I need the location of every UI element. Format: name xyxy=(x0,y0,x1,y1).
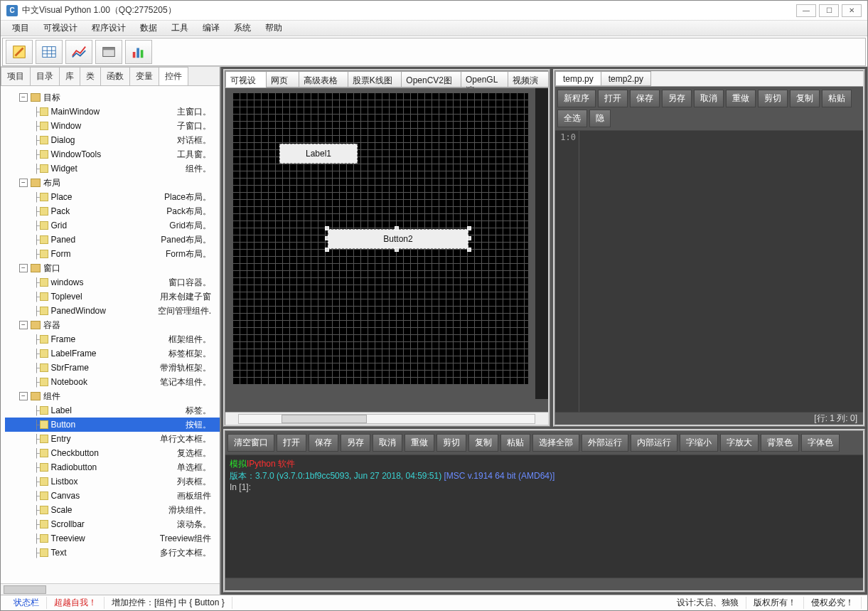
tree-group-目标[interactable]: −目标 xyxy=(5,90,220,105)
tree-item-Entry[interactable]: ├Entry单行文本框。 xyxy=(5,432,220,446)
tree-item-LabelFrame[interactable]: ├LabelFrame标签框架。 xyxy=(5,346,220,361)
tree-item-Widget[interactable]: ├Widget组件。 xyxy=(5,161,220,176)
tree-item-Checkbutton[interactable]: ├Checkbutton复选框。 xyxy=(5,446,220,460)
design-tab-2[interactable]: 高级表格演 xyxy=(299,71,348,87)
file-tab-0[interactable]: temp.py xyxy=(555,71,601,86)
tree-item-Scrollbar[interactable]: ├Scrollbar滚动条。 xyxy=(5,517,220,531)
console-btn-2[interactable]: 保存 xyxy=(309,434,338,452)
tree-group-容器[interactable]: −容器 xyxy=(5,318,220,332)
console-output[interactable]: 模拟IPython 软件 版本：3.7.0 (v3.7.0:1bf9cc5093… xyxy=(225,455,863,578)
widget-tree[interactable]: −目标├MainWindow主窗口。├Window子窗口。├Dialog对话框。… xyxy=(1,86,220,583)
console-btn-6[interactable]: 剪切 xyxy=(436,434,466,452)
design-tab-1[interactable]: 网页演 xyxy=(266,71,299,87)
toolbar-icon-edit[interactable] xyxy=(6,40,33,64)
tree-item-Radiobutton[interactable]: ├Radiobutton单选框。 xyxy=(5,460,220,474)
code-btn-9[interactable]: 全选 xyxy=(557,110,587,127)
tree-item-Toplevel[interactable]: ├Toplevel用来创建子窗 xyxy=(5,289,220,304)
maximize-button[interactable]: ☐ xyxy=(819,4,839,17)
design-tab-6[interactable]: 视频演示 xyxy=(508,71,549,87)
design-tab-5[interactable]: OpenGL演 xyxy=(461,71,508,87)
console-btn-3[interactable]: 另存 xyxy=(341,434,370,452)
tree-group-布局[interactable]: −布局 xyxy=(5,176,220,190)
code-btn-0[interactable]: 新程序 xyxy=(557,90,596,107)
console-btn-8[interactable]: 粘贴 xyxy=(500,434,530,452)
menu-1[interactable]: 可视设计 xyxy=(36,21,85,36)
left-hscrollbar[interactable] xyxy=(1,583,220,595)
left-tab-5[interactable]: 变量 xyxy=(129,67,159,85)
collapse-icon[interactable]: − xyxy=(19,321,28,329)
tree-item-Pack[interactable]: ├PackPack布局。 xyxy=(5,204,220,218)
scroll-thumb[interactable] xyxy=(282,415,367,423)
tree-group-窗口[interactable]: −窗口 xyxy=(5,261,220,275)
console-btn-12[interactable]: 字缩小 xyxy=(680,434,718,452)
console-btn-1[interactable]: 打开 xyxy=(277,434,306,452)
tree-item-Button[interactable]: ├Button按钮。 xyxy=(5,418,220,432)
code-btn-5[interactable]: 重做 xyxy=(726,90,756,107)
left-tab-3[interactable]: 类 xyxy=(80,67,101,85)
design-tab-4[interactable]: OpenCV2图演 xyxy=(401,71,461,87)
collapse-icon[interactable]: − xyxy=(19,93,28,102)
collapse-icon[interactable]: − xyxy=(19,392,28,400)
code-btn-3[interactable]: 另存 xyxy=(662,90,692,107)
left-tab-4[interactable]: 函数 xyxy=(100,67,130,85)
collapse-icon[interactable]: − xyxy=(19,179,28,187)
console-btn-5[interactable]: 重做 xyxy=(404,434,434,452)
tree-item-Place[interactable]: ├PlacePlace布局。 xyxy=(5,190,220,204)
tree-item-PanedWindow[interactable]: ├PanedWindow空间管理组件. xyxy=(5,304,220,318)
menu-5[interactable]: 编译 xyxy=(195,21,227,36)
tree-item-Scale[interactable]: ├Scale滑块组件。 xyxy=(5,503,220,517)
menu-0[interactable]: 项目 xyxy=(5,21,36,36)
console-btn-14[interactable]: 背景色 xyxy=(761,434,799,452)
tree-item-Label[interactable]: ├Label标签。 xyxy=(5,403,220,418)
tree-item-Dialog[interactable]: ├Dialog对话框。 xyxy=(5,133,220,147)
tree-item-Frame[interactable]: ├Frame框架组件。 xyxy=(5,332,220,346)
tree-item-Text[interactable]: ├Text多行文本框。 xyxy=(5,546,220,560)
code-btn-6[interactable]: 剪切 xyxy=(758,90,788,107)
design-widget-button2[interactable]: Button2 xyxy=(328,229,468,249)
menu-4[interactable]: 工具 xyxy=(164,21,195,36)
menu-2[interactable]: 程序设计 xyxy=(85,21,133,36)
toolbar-icon-barchart[interactable] xyxy=(125,40,152,64)
code-editor[interactable] xyxy=(579,131,863,412)
code-btn-10[interactable]: 隐 xyxy=(589,110,611,127)
tree-item-Canvas[interactable]: ├Canvas画板组件 xyxy=(5,489,220,503)
minimize-button[interactable]: — xyxy=(796,4,816,17)
tree-group-组件[interactable]: −组件 xyxy=(5,389,220,403)
design-widget-label1[interactable]: Label1 xyxy=(279,144,358,164)
tree-item-SbrFrame[interactable]: ├SbrFrame带滑轨框架。 xyxy=(5,361,220,375)
toolbar-icon-table[interactable] xyxy=(36,40,63,64)
design-tab-3[interactable]: 股票K线图演 xyxy=(348,71,402,87)
design-vscrollbar[interactable] xyxy=(535,88,548,399)
tree-item-windows[interactable]: ├windows窗口容器。 xyxy=(5,275,220,289)
scroll-thumb[interactable] xyxy=(4,585,46,594)
tree-item-Listbox[interactable]: ├Listbox列表框。 xyxy=(5,474,220,489)
code-btn-4[interactable]: 取消 xyxy=(694,90,724,107)
console-btn-13[interactable]: 字放大 xyxy=(720,434,759,452)
toolbar-icon-window[interactable] xyxy=(95,40,122,64)
menu-6[interactable]: 系统 xyxy=(227,21,258,36)
tree-item-Form[interactable]: ├FormForm布局。 xyxy=(5,247,220,261)
tree-item-Notebook[interactable]: ├Notebook笔记本组件。 xyxy=(5,375,220,389)
tree-item-MainWindow[interactable]: ├MainWindow主窗口。 xyxy=(5,105,220,119)
design-hscrollbar[interactable] xyxy=(225,412,548,425)
code-btn-1[interactable]: 打开 xyxy=(598,90,628,107)
tree-item-WindowTools[interactable]: ├WindowTools工具窗。 xyxy=(5,147,220,161)
console-btn-15[interactable]: 字体色 xyxy=(801,434,840,452)
left-tab-0[interactable]: 项目 xyxy=(1,67,31,85)
left-tab-1[interactable]: 目录 xyxy=(30,67,60,85)
code-btn-7[interactable]: 复制 xyxy=(790,90,820,107)
code-btn-8[interactable]: 粘贴 xyxy=(822,90,852,107)
tree-item-Grid[interactable]: ├GridGrid布局。 xyxy=(5,218,220,233)
tree-item-Paned[interactable]: ├PanedPaned布局。 xyxy=(5,233,220,247)
menu-7[interactable]: 帮助 xyxy=(258,21,289,36)
console-btn-9[interactable]: 选择全部 xyxy=(532,434,579,452)
console-btn-11[interactable]: 内部运行 xyxy=(631,434,677,452)
menu-3[interactable]: 数据 xyxy=(133,21,164,36)
console-btn-4[interactable]: 取消 xyxy=(373,434,402,452)
toolbar-icon-linechart[interactable] xyxy=(65,40,92,64)
file-tab-1[interactable]: temp2.py xyxy=(601,71,651,86)
console-btn-10[interactable]: 外部运行 xyxy=(582,434,628,452)
left-tab-2[interactable]: 库 xyxy=(59,67,80,85)
tree-item-Treeview[interactable]: ├TreeviewTreeview组件 xyxy=(5,531,220,546)
console-btn-7[interactable]: 复制 xyxy=(468,434,498,452)
